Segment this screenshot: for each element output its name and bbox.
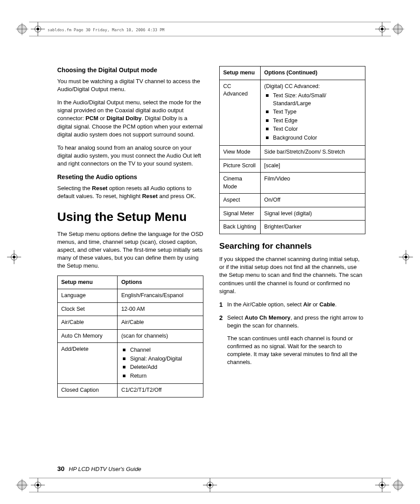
step-item: 1 In the Air/Cable option, select Air or… <box>219 301 365 309</box>
cell: Signal Meter <box>220 207 261 221</box>
bold-text: Reset <box>92 185 107 191</box>
para: You must be watching a digital TV channe… <box>57 77 203 93</box>
cell: C1/C2/T1/T2/Off <box>118 384 203 397</box>
page-number: 30 <box>57 465 65 472</box>
cell: Auto Ch Memory <box>58 329 118 343</box>
table-row: View ModeSide bar/Stretch/Zoom/ S.Stretc… <box>220 146 365 159</box>
text: . <box>335 301 337 308</box>
frame-header: sabldos.fm Page 30 Friday, March 10, 200… <box>48 27 165 33</box>
cell: Clock Set <box>58 302 118 316</box>
table-row: Back LightingBrighter/Darker <box>220 221 365 234</box>
cell: View Mode <box>220 146 261 159</box>
table-row: Auto Ch Memory(scan for channels) <box>58 329 203 343</box>
text: (Digital) CC Advanced: <box>264 83 361 91</box>
cell: Air/Cable <box>118 316 203 330</box>
table-header: Options <box>118 276 203 289</box>
step-number: 1 <box>219 301 223 309</box>
table-row: Picture Scroll[scale] <box>220 159 365 173</box>
table-row: Air/CableAir/Cable <box>58 316 203 330</box>
bold-text: Auto Ch Memory <box>245 314 291 321</box>
setup-menu-table-2: Setup menu Options (Continued) CC Advanc… <box>219 66 365 234</box>
bold-text: PCM <box>85 115 98 121</box>
cell: Closed Caption <box>58 384 118 397</box>
table-row: Closed CaptionC1/C2/T1/T2/Off <box>58 384 203 397</box>
bold-text: Reset <box>142 193 158 199</box>
heading-reset-audio: Reseting the Audio options <box>57 173 203 182</box>
text: In the Air/Cable option, select <box>227 301 303 308</box>
list-item: Signal: Analog/Digital <box>121 355 199 363</box>
para: The scan continues until each channel is… <box>227 335 365 367</box>
heading-searching-channels: Searching for channels <box>219 240 365 252</box>
cell: Language <box>58 289 118 303</box>
guide-title: HP LCD HDTV User's Guide <box>69 466 141 472</box>
table-header: Setup menu <box>58 276 118 289</box>
bullet-list: Text Size: Auto/Small/ Standard/Large Te… <box>264 92 361 142</box>
table-header: Options (Continued) <box>261 66 365 80</box>
table-row: Add/Delete Channel Signal: Analog/Digita… <box>58 343 203 384</box>
text: Selecting the <box>57 185 92 191</box>
step-item: 2 Select Auto Ch Memory, and press the r… <box>219 314 365 366</box>
cell: (scan for channels) <box>118 329 203 343</box>
table-row: LanguageEnglish/Francais/Espanol <box>58 289 203 303</box>
bold-text: Cable <box>320 301 335 308</box>
cell: On/Off <box>261 194 365 207</box>
page-footer: 30 HP LCD HDTV User's Guide <box>57 464 141 473</box>
table-header: Setup menu <box>220 66 261 80</box>
cell: Add/Delete <box>58 343 118 384</box>
cell: Channel Signal: Analog/Digital Delete/Ad… <box>118 343 203 384</box>
step-number: 2 <box>219 314 223 323</box>
cell: Back Lighting <box>220 221 261 234</box>
bold-text: Air <box>303 301 311 308</box>
cell: (Digital) CC Advanced: Text Size: Auto/S… <box>261 80 365 146</box>
list-item: Return <box>121 372 199 380</box>
cell: [scale] <box>261 159 365 173</box>
setup-menu-table-1: Setup menu Options LanguageEnglish/Franc… <box>57 276 203 397</box>
steps-list: 1 In the Air/Cable option, select Air or… <box>219 301 365 366</box>
list-item: Background Color <box>264 134 361 142</box>
list-item: Text Edge <box>264 117 361 125</box>
para: The Setup menu options define the langua… <box>57 230 203 270</box>
text: or <box>98 115 107 121</box>
cell: Cinema Mode <box>220 173 261 194</box>
list-item: Text Size: Auto/Small/ Standard/Large <box>264 92 361 107</box>
list-item: Text Type <box>264 108 361 116</box>
cell: Brighter/Darker <box>261 221 365 234</box>
table-row: Signal MeterSignal level (digital) <box>220 207 365 221</box>
table-row: AspectOn/Off <box>220 194 365 207</box>
para: To hear analog sound from an analog sour… <box>57 144 203 168</box>
heading-digital-output: Choosing the Digital Output mode <box>57 66 203 75</box>
left-column: Choosing the Digital Output mode You mus… <box>57 66 203 397</box>
right-column: Setup menu Options (Continued) CC Advanc… <box>219 66 365 397</box>
para: In the Audio/Digital Output menu, select… <box>57 99 203 139</box>
para: Selecting the Reset option resets all Au… <box>57 184 203 200</box>
cell: Aspect <box>220 194 261 207</box>
text: and press OK. <box>158 193 196 199</box>
cell: Air/Cable <box>58 316 118 330</box>
cell: English/Francais/Espanol <box>118 289 203 303</box>
text: or <box>311 301 320 308</box>
table-row: CC Advanced (Digital) CC Advanced: Text … <box>220 80 365 146</box>
bullet-list: Channel Signal: Analog/Digital Delete/Ad… <box>121 346 199 380</box>
table-row: Clock Set12-00 AM <box>58 302 203 316</box>
heading-using-setup-menu: Using the Setup Menu <box>57 208 203 225</box>
list-item: Text Color <box>264 125 361 133</box>
cell: Picture Scroll <box>220 159 261 173</box>
cell: Side bar/Stretch/Zoom/ S.Stretch <box>261 146 365 159</box>
list-item: Delete/Add <box>121 364 199 372</box>
table-row: Cinema ModeFilm/Video <box>220 173 365 194</box>
text: Select <box>227 314 245 321</box>
cell: 12-00 AM <box>118 302 203 316</box>
cell: Signal level (digital) <box>261 207 365 221</box>
page-content: Choosing the Digital Output mode You mus… <box>57 66 365 397</box>
list-item: Channel <box>121 346 199 354</box>
cell: CC Advanced <box>220 80 261 146</box>
cell: Film/Video <box>261 173 365 194</box>
para: If you skipped the channel scanning duri… <box>219 255 365 295</box>
bold-text: Digital Dolby <box>107 115 141 121</box>
